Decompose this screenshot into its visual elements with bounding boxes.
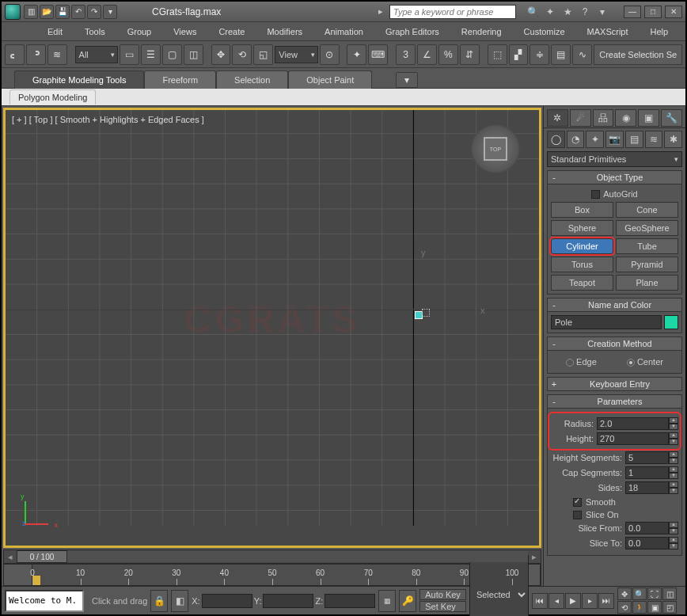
creation-edge-radio[interactable] (566, 359, 574, 367)
primitive-geosphere-button[interactable]: GeoSphere (616, 220, 678, 236)
select-scale-icon[interactable]: ◱ (253, 44, 273, 65)
menu-graph-editors[interactable]: Graph Editors (374, 25, 450, 39)
align-icon[interactable]: ≑ (529, 44, 549, 65)
creation-center-radio[interactable] (627, 359, 635, 367)
create-cameras-icon[interactable]: 📷 (605, 131, 624, 148)
pan-icon[interactable]: ✥ (617, 587, 632, 600)
menu-rendering[interactable]: Rendering (450, 25, 513, 39)
binoculars-icon[interactable]: 🔍 (526, 5, 540, 19)
menu-create[interactable]: Create (207, 25, 256, 39)
isolate-icon[interactable]: ◧ (171, 590, 188, 612)
favorites-icon[interactable]: ★ (560, 5, 575, 19)
pivot-center-icon[interactable]: ⊙ (320, 44, 340, 65)
slice-from-value[interactable]: 0.0 (625, 522, 669, 534)
height-down[interactable]: ▼ (669, 439, 678, 445)
autogrid-checkbox[interactable] (591, 190, 600, 199)
sides-spinner[interactable]: 18▲▼ (625, 481, 678, 494)
time-prev-icon[interactable]: ◂ (4, 552, 17, 562)
rollout-header-creation-method[interactable]: -Creation Method (547, 337, 682, 351)
primitive-teapot-button[interactable]: Teapot (551, 275, 613, 291)
orbit-icon[interactable]: ⟲ (617, 601, 632, 614)
spinner-snap-icon[interactable]: ⇵ (460, 44, 480, 65)
autokey-button[interactable]: Auto Key (419, 589, 466, 600)
qat-more-icon[interactable]: ▾ (103, 5, 117, 19)
slice-from-spinner[interactable]: 0.0▲▼ (625, 522, 678, 534)
object-name-input[interactable]: Pole (551, 315, 662, 329)
key-mode-icon[interactable]: 🔑 (399, 590, 416, 612)
angle-snap-icon[interactable]: ∠ (417, 44, 437, 65)
time-slider[interactable]: ◂ 0 / 100 ▸ (3, 549, 541, 564)
link-icon[interactable] (5, 44, 25, 65)
slice-on-checkbox[interactable] (573, 511, 582, 519)
cap-segments-value[interactable]: 1 (625, 466, 669, 479)
menu-views[interactable]: Views (162, 25, 207, 39)
primitive-sphere-button[interactable]: Sphere (551, 220, 613, 236)
height-up[interactable]: ▲ (669, 432, 678, 439)
time-ruler[interactable]: 0102030405060708090100 (3, 564, 541, 586)
coord-z-input[interactable] (325, 594, 375, 608)
height-spinner[interactable]: 270▲▼ (597, 432, 678, 445)
viewcube[interactable]: TOP (466, 120, 525, 178)
select-object-icon[interactable]: ▭ (120, 44, 139, 65)
window-crossing-icon[interactable]: ◫ (184, 44, 203, 65)
percent-snap-icon[interactable]: % (438, 44, 458, 65)
viewport-top[interactable]: [ + ] [ Top ] [ Smooth + Highlights + Ed… (3, 108, 541, 548)
save-file-icon[interactable]: 💾 (55, 5, 70, 19)
create-helpers-icon[interactable]: ▤ (625, 131, 643, 148)
ribbon-tab-object-paint[interactable]: Object Paint (288, 70, 372, 89)
bind-spacewarp-icon[interactable]: ≋ (47, 44, 67, 65)
menu-tools[interactable]: Tools (74, 25, 116, 39)
menu-modifiers[interactable]: Modifiers (256, 25, 313, 39)
smooth-checkbox[interactable] (573, 498, 582, 507)
coord-y-input[interactable] (263, 594, 313, 608)
help-dropdown-icon[interactable]: ▾ (595, 5, 609, 19)
setkey-button[interactable]: Set Key (419, 601, 466, 612)
rollout-header-name-color[interactable]: -Name and Color (547, 298, 682, 312)
height-segments-value[interactable]: 5 (625, 451, 669, 464)
viewcube-face[interactable]: TOP (484, 137, 507, 161)
new-file-icon[interactable]: ▥ (24, 5, 38, 19)
radius-down[interactable]: ▼ (669, 424, 678, 430)
keyboard-shortcut-icon[interactable]: ⌨ (368, 44, 388, 65)
primitive-cone-button[interactable]: Cone (616, 202, 678, 218)
select-by-name-icon[interactable]: ☰ (141, 44, 161, 65)
max-toggle-icon[interactable]: ▣ (647, 601, 662, 614)
menu-group[interactable]: Group (116, 25, 163, 39)
mirror-icon[interactable]: ▞ (509, 44, 529, 65)
radius-value[interactable]: 2.0 (597, 417, 669, 430)
create-shapes-icon[interactable]: ◔ (567, 131, 585, 148)
rollout-header-keyboard-entry[interactable]: +Keyboard Entry (547, 377, 682, 391)
menu-animation[interactable]: Animation (313, 25, 374, 39)
panel-tab-hierarchy[interactable]: 品 (593, 109, 614, 127)
create-lights-icon[interactable]: ✦ (586, 131, 604, 148)
cap-segments-spinner[interactable]: 1▲▼ (625, 466, 678, 479)
redo-icon[interactable]: ↷ (87, 5, 101, 19)
ribbon-tab-graphite[interactable]: Graphite Modeling Tools (14, 70, 144, 89)
slice-to-spinner[interactable]: 0.0▲▼ (625, 537, 678, 549)
menu-customize[interactable]: Customize (513, 25, 576, 39)
panel-tab-utilities[interactable]: 🔧 (661, 109, 682, 127)
sides-value[interactable]: 18 (625, 481, 669, 494)
minimize-button[interactable]: — (624, 6, 641, 18)
manipulate-icon[interactable]: ✦ (347, 44, 366, 65)
menu-edit[interactable]: Edit (36, 25, 74, 39)
zoom-region-icon[interactable]: ◰ (662, 601, 677, 614)
ref-coord-dropdown[interactable]: View (275, 46, 317, 63)
region-rect-icon[interactable]: ▢ (162, 44, 182, 65)
app-logo[interactable] (5, 4, 21, 20)
slice-to-value[interactable]: 0.0 (625, 537, 669, 549)
open-file-icon[interactable]: 📂 (40, 5, 54, 19)
primitive-plane-button[interactable]: Plane (616, 275, 678, 291)
time-next-icon[interactable]: ▸ (528, 552, 541, 562)
curve-editor-icon[interactable]: ∿ (572, 44, 592, 65)
height-value[interactable]: 270 (597, 432, 669, 445)
layers-icon[interactable]: ▤ (551, 44, 571, 65)
ribbon-collapse-icon[interactable]: ▾ (396, 72, 418, 88)
radius-up[interactable]: ▲ (669, 417, 678, 424)
ribbon-subtab-polygon-modeling[interactable]: Polygon Modeling (9, 89, 96, 105)
new-cylinder-gizmo[interactable] (415, 311, 423, 319)
primitive-torus-button[interactable]: Torus (551, 257, 613, 272)
menu-maxscript[interactable]: MAXScript (576, 25, 640, 39)
select-rotate-icon[interactable]: ⟲ (232, 44, 252, 65)
primitive-pyramid-button[interactable]: Pyramid (616, 257, 678, 272)
